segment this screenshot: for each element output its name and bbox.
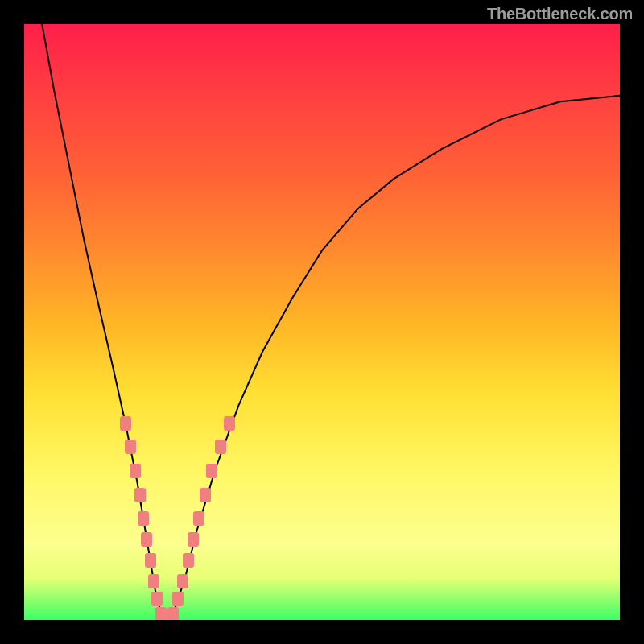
chart-frame: TheBottleneck.com [0, 0, 644, 644]
data-point [145, 553, 156, 568]
data-point [215, 440, 226, 454]
data-point [188, 532, 199, 547]
data-point [200, 488, 211, 502]
data-points-layer [24, 24, 620, 620]
data-point [172, 592, 184, 606]
data-point [206, 464, 217, 478]
data-point [193, 511, 204, 526]
data-point [125, 440, 136, 454]
plot-area [24, 24, 620, 620]
data-point [224, 416, 235, 431]
data-point [148, 574, 159, 588]
watermark-text: TheBottleneck.com [487, 5, 633, 23]
data-point [120, 416, 131, 431]
data-point [151, 592, 163, 606]
data-point [167, 607, 179, 620]
data-point [141, 532, 152, 547]
data-point [138, 511, 149, 526]
data-point [134, 488, 146, 502]
data-point [130, 464, 141, 478]
data-point [183, 553, 194, 568]
data-point [177, 574, 188, 588]
